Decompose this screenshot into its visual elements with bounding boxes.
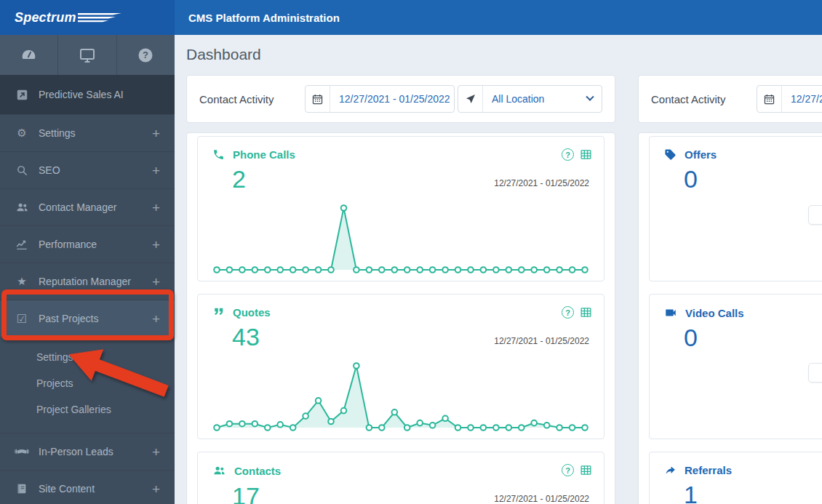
- left-column: Contact Activity 12/27/2021 - 01/25/2022: [186, 75, 615, 504]
- card-header: Phone Calls: [212, 148, 589, 161]
- sidebar-item-label: Reputation Manager: [39, 276, 152, 287]
- date-range-picker: 12/27/2021 - 01/25/2022: [305, 85, 455, 113]
- page-title: Dashboard: [186, 46, 822, 63]
- sidebar-item-settings[interactable]: ⚙ Settings +: [0, 114, 175, 151]
- location-picker: All Location: [458, 85, 602, 113]
- right-cards-wrapper: Offers 0 Video Calls 0: [638, 132, 822, 504]
- card-tools: ?: [562, 306, 592, 319]
- brand-logo[interactable]: Spectrum: [0, 0, 175, 35]
- sidebar-item-site-content[interactable]: Site Content +: [0, 470, 175, 504]
- main-content: Dashboard Contact Activity 12/: [175, 35, 822, 504]
- calendar-button[interactable]: [757, 86, 782, 112]
- sidebar-item-in-person-leads[interactable]: In-Person Leads +: [0, 433, 175, 470]
- filter-title: Contact Activity: [651, 93, 757, 105]
- location-select[interactable]: All Location: [483, 86, 602, 112]
- calendar-icon: [763, 93, 775, 105]
- location-button[interactable]: [458, 86, 483, 112]
- phone-calls-sparkline: [212, 202, 589, 275]
- monitor-icon: [79, 47, 96, 64]
- table-view-icon[interactable]: [580, 306, 592, 319]
- video-calls-card: Video Calls 0: [649, 294, 822, 439]
- expand-plus-icon[interactable]: +: [152, 238, 160, 252]
- sidebar-item-label: Site Content: [39, 483, 152, 495]
- expand-plus-icon[interactable]: +: [152, 482, 160, 496]
- calendar-button[interactable]: [306, 86, 330, 112]
- app-window: Spectrum: [0, 0, 822, 504]
- users-icon: [15, 201, 29, 215]
- sidebar-item-label: Predictive Sales AI: [39, 89, 160, 100]
- contacts-card: Contacts ? 17 12/27/2021 - 01/25/2022: [197, 452, 604, 504]
- card-value: 1: [684, 481, 822, 504]
- sidebar-item-seo[interactable]: SEO +: [0, 151, 175, 188]
- chevron-down-icon: [586, 93, 594, 101]
- help-button[interactable]: ?: [117, 35, 175, 75]
- quotes-icon: [212, 306, 225, 319]
- referrals-card: Referrals 1: [649, 452, 822, 504]
- sidebar-item-label: SEO: [39, 164, 152, 176]
- date-range-field[interactable]: 12/27/2021 - 01/25/2022: [782, 93, 822, 105]
- table-view-icon[interactable]: [580, 464, 592, 476]
- card-header: Video Calls: [664, 306, 822, 319]
- card-header: Contacts: [212, 464, 589, 478]
- submenu-item-project-galleries[interactable]: Project Galleries: [0, 396, 175, 423]
- card-tools: ?: [562, 148, 592, 161]
- date-range-picker: 12/27/2021 - 01/25/2022: [757, 85, 822, 113]
- card-tools: ?: [562, 464, 592, 476]
- table-view-icon[interactable]: [580, 148, 592, 161]
- brand-swoosh-icon: [78, 12, 123, 24]
- handshake-icon: [15, 444, 29, 459]
- monitor-button[interactable]: [58, 35, 116, 75]
- card-header: Offers: [664, 148, 822, 161]
- help-circle-icon[interactable]: ?: [562, 306, 574, 319]
- dashboard-columns: Contact Activity 12/27/2021 - 01/25/2022: [186, 75, 822, 504]
- sidebar: Spectrum: [0, 0, 175, 504]
- sidebar-item-past-projects[interactable]: ☑ Past Projects +: [0, 300, 175, 337]
- sidebar-quick-icons: ?: [0, 35, 175, 75]
- contact-activity-filter-left: Contact Activity 12/27/2021 - 01/25/2022: [186, 75, 615, 123]
- quotes-sparkline: [212, 360, 589, 433]
- brand-logo-text: Spectrum: [15, 10, 76, 25]
- search-icon: [15, 164, 29, 177]
- expand-plus-icon[interactable]: +: [152, 127, 160, 140]
- share-arrow-icon: [664, 464, 677, 476]
- card-date-range: 12/27/2021 - 01/25/2022: [494, 178, 589, 188]
- date-range-field[interactable]: 12/27/2021 - 01/25/2022: [330, 93, 454, 105]
- clipped-button[interactable]: [808, 205, 822, 225]
- help-circle-icon[interactable]: ?: [562, 464, 574, 476]
- topbar: CMS Platform Administration: [175, 0, 822, 35]
- card-title: Phone Calls: [233, 148, 295, 161]
- sidebar-item-label: In-Person Leads: [39, 446, 152, 457]
- sidebar-item-label: Performance: [39, 239, 152, 250]
- card-title: Contacts: [234, 465, 281, 477]
- card-header: Referrals: [664, 464, 822, 476]
- sidebar-item-contact-manager[interactable]: Contact Manager +: [0, 188, 175, 225]
- submenu-item-settings[interactable]: Settings: [0, 344, 175, 370]
- calendar-icon: [311, 93, 324, 105]
- card-value: 0: [684, 166, 822, 193]
- help-circle-icon[interactable]: ?: [562, 148, 574, 161]
- card-title: Referrals: [685, 464, 732, 476]
- expand-plus-icon[interactable]: +: [152, 201, 160, 215]
- submenu-item-projects[interactable]: Projects: [0, 370, 175, 396]
- card-header: Quotes: [212, 306, 589, 319]
- expand-plus-icon[interactable]: +: [152, 312, 160, 326]
- sidebar-item-predictive-sales-ai[interactable]: Predictive Sales AI: [0, 75, 175, 114]
- phone-calls-card: Phone Calls ? 2 12/27/2021 - 01/25/2022: [197, 136, 604, 281]
- expand-plus-icon[interactable]: +: [152, 275, 160, 289]
- clipped-button[interactable]: [808, 363, 822, 383]
- expand-plus-icon[interactable]: +: [152, 164, 160, 177]
- sidebar-item-reputation-manager[interactable]: ★ Reputation Manager +: [0, 263, 175, 300]
- gear-icon: ⚙: [15, 127, 29, 140]
- sidebar-item-performance[interactable]: Performance +: [0, 225, 175, 263]
- past-projects-submenu: Settings Projects Project Galleries: [0, 337, 175, 433]
- expand-plus-icon[interactable]: +: [152, 445, 160, 459]
- star-icon: ★: [15, 275, 29, 288]
- sidebar-item-label: Past Projects: [39, 313, 152, 324]
- card-date-range: 12/27/2021 - 01/25/2022: [494, 336, 589, 346]
- app-title: CMS Platform Administration: [188, 12, 340, 24]
- help-icon: ?: [137, 47, 154, 64]
- filter-title: Contact Activity: [199, 93, 305, 105]
- card-title: Offers: [685, 148, 717, 161]
- card-title: Video Calls: [685, 307, 744, 319]
- dashboard-gauge-button[interactable]: [0, 35, 58, 75]
